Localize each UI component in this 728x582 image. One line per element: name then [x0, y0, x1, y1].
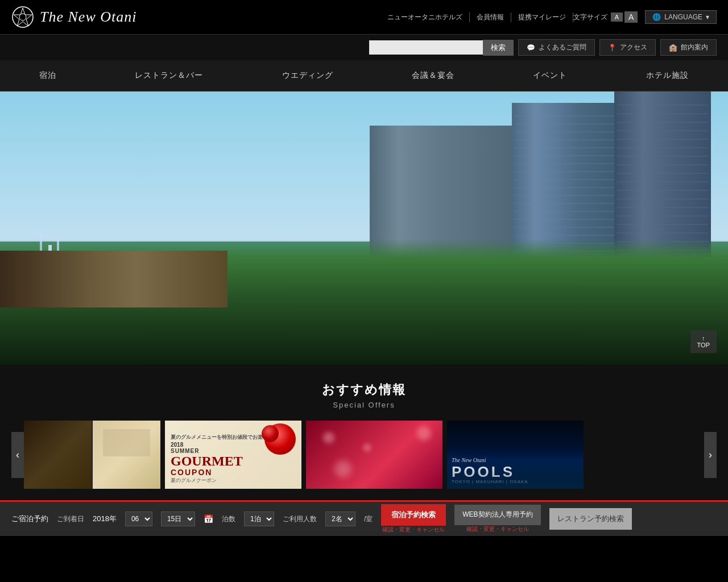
- pool-water: [447, 460, 584, 489]
- building-icon: 🏨: [669, 44, 677, 52]
- bokeh-2: [363, 443, 371, 452]
- offers-grid: 夏のグルメメニューを特別お値段でお楽しみ！ 2018 SUMMER GOURME…: [24, 421, 704, 489]
- search-button[interactable]: 検索: [483, 40, 514, 56]
- offer-card-event[interactable]: [306, 421, 442, 489]
- search-wrap: 検索: [369, 40, 514, 56]
- top-bar: The New Otani ニューオータニホテルズ 会員情報 提携マイレージ 文…: [0, 0, 728, 35]
- coupon-coupon: COUPON: [171, 468, 296, 477]
- language-btn[interactable]: 🌐 LANGUAGE ▾: [645, 10, 717, 24]
- svg-point-0: [13, 7, 33, 27]
- logo-emblem: [11, 6, 34, 28]
- pools-card-content: The New Otani POOLS TOKYO | MAKUHARI | O…: [447, 421, 584, 489]
- restaurant-booking-button[interactable]: レストラン予約検索: [549, 508, 632, 530]
- per-room-label: /室: [364, 514, 373, 524]
- search-input[interactable]: [369, 40, 483, 55]
- offer-card-coupon[interactable]: 夏のグルメメニューを特別お値段でお楽しみ！ 2018 SUMMER GOURME…: [165, 421, 301, 489]
- offers-carousel: ‹ 夏のグルメメニューを特別お値段でお楽しみ！ 2018: [11, 421, 717, 489]
- nights-select[interactable]: 1泊 2泊 3泊: [244, 512, 274, 526]
- offers-subtitle: Special Offers: [11, 401, 717, 409]
- guide-label: 館内案内: [681, 43, 708, 52]
- guests-select[interactable]: 2名 1名 3名 4名: [325, 512, 355, 526]
- top-arrow-icon: ↑: [697, 335, 710, 342]
- nights-label: 泊数: [222, 514, 235, 524]
- hero-scene: [0, 92, 728, 364]
- language-label: LANGUAGE: [664, 13, 702, 21]
- bokeh-3: [417, 426, 431, 440]
- svg-marker-1: [14, 8, 32, 26]
- location-icon: 📍: [608, 44, 617, 52]
- room-card-content: [24, 421, 160, 489]
- booking-bar: ご宿泊予約 ご到着日 2018年 06 07 08 09 10 11 12 15…: [0, 502, 728, 536]
- booking-cancel-label-1[interactable]: 確認・変更・キャンセル: [382, 526, 445, 534]
- nav-meetings[interactable]: 会議＆宴会: [395, 60, 471, 91]
- faq-label: よくあるご質問: [539, 43, 586, 52]
- day-select[interactable]: 15日 16日 17日: [161, 512, 195, 526]
- hero-image: ↑ TOP: [0, 92, 728, 364]
- top-nav-links: ニューオータニホテルズ 会員情報 提携マイレージ 文字サイズ A A 🌐 LAN…: [380, 10, 717, 24]
- offers-title: おすすめ情報: [11, 381, 717, 398]
- carousel-prev-button[interactable]: ‹: [11, 432, 24, 478]
- top-label: TOP: [697, 342, 710, 348]
- coupon-jp: 夏のグルメクーポン: [171, 477, 296, 484]
- booking-label: ご宿泊予約: [11, 514, 48, 524]
- main-nav: 宿泊 レストラン＆バー ウエディング 会議＆宴会 イベント ホテル施設: [0, 60, 728, 92]
- brand-name: The New Otani: [40, 9, 136, 26]
- base-wall: [0, 251, 228, 307]
- nav-events[interactable]: イベント: [516, 60, 584, 91]
- room-left-img: [24, 421, 92, 489]
- search-btn-wrap: 宿泊予約検索 確認・変更・キャンセル: [381, 504, 446, 534]
- left-structure: [0, 194, 239, 307]
- booking-search-button[interactable]: 宿泊予約検索: [381, 504, 446, 526]
- globe-icon: 🌐: [652, 13, 661, 21]
- nav-wedding[interactable]: ウエディング: [265, 60, 350, 91]
- font-size-label: 文字サイズ: [573, 13, 607, 22]
- nav-accommodation[interactable]: 宿泊: [22, 60, 73, 91]
- font-size-small-btn[interactable]: A: [611, 13, 623, 22]
- faq-button[interactable]: 💬 よくあるご質問: [518, 39, 595, 56]
- corporate-booking-button[interactable]: WEB契約法人専用予約: [454, 505, 540, 525]
- nav-facilities[interactable]: ホテル施設: [629, 60, 706, 91]
- event-card-content: [306, 421, 442, 489]
- guide-button[interactable]: 🏨 館内案内: [660, 39, 717, 56]
- carousel-next-button[interactable]: ›: [704, 432, 717, 478]
- chevron-down-icon: ▾: [706, 13, 709, 21]
- font-size-large-btn[interactable]: A: [624, 11, 638, 23]
- offers-section: おすすめ情報 Special Offers ‹ 夏のグルメメニ: [0, 364, 728, 500]
- bed-shape: [103, 429, 150, 456]
- faq-icon: 💬: [527, 44, 535, 52]
- coupon-gourmet: GOURMET: [171, 454, 296, 468]
- corporate-btn-wrap: WEB契約法人専用予約 確認・変更・キャンセル: [454, 505, 540, 533]
- search-bar: 検索 💬 よくあるご質問 📍 アクセス 🏨 館内案内: [0, 35, 728, 60]
- bokeh-1: [323, 432, 334, 443]
- offer-card-pools[interactable]: The New Otani POOLS TOKYO | MAKUHARI | O…: [447, 421, 584, 489]
- fruit-decoration-2: [262, 425, 279, 442]
- bokeh-4: [334, 460, 351, 477]
- access-button[interactable]: 📍 アクセス: [599, 39, 656, 56]
- access-label: アクセス: [620, 43, 647, 52]
- top-nav-mileage[interactable]: 提携マイレージ: [511, 13, 573, 22]
- checkin-label: ご到着日: [57, 514, 84, 524]
- booking-cancel-label-2[interactable]: 確認・変更・キャンセル: [466, 525, 529, 533]
- coupon-card-content: 夏のグルメメニューを特別お値段でお楽しみ！ 2018 SUMMER GOURME…: [165, 421, 301, 489]
- nav-restaurant[interactable]: レストラン＆バー: [118, 60, 220, 91]
- calendar-icon[interactable]: 📅: [204, 514, 213, 523]
- top-button[interactable]: ↑ TOP: [690, 330, 717, 353]
- svg-point-2: [19, 14, 26, 20]
- logo-area: The New Otani: [11, 6, 136, 28]
- room-right-img: [93, 421, 160, 489]
- guests-label: ご利用人数: [283, 514, 317, 524]
- top-nav-member[interactable]: 会員情報: [470, 13, 511, 22]
- top-nav-hotels[interactable]: ニューオータニホテルズ: [380, 13, 470, 22]
- month-select[interactable]: 06 07 08 09 10 11 12: [125, 512, 152, 526]
- booking-year: 2018年: [93, 514, 117, 524]
- offer-card-room[interactable]: [24, 421, 160, 489]
